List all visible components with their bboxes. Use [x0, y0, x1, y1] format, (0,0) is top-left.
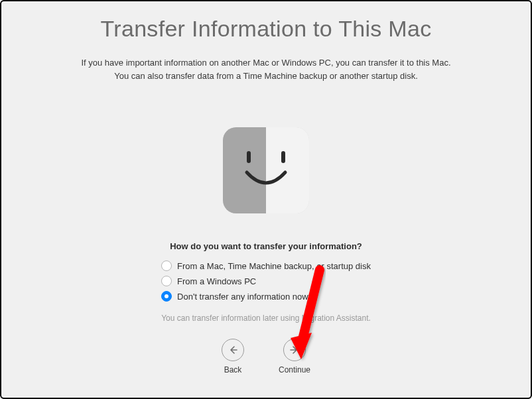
- option-label: From a Windows PC: [177, 276, 256, 286]
- option-from-mac[interactable]: From a Mac, Time Machine backup, or star…: [161, 260, 371, 271]
- nav-buttons: Back Continue: [222, 339, 310, 374]
- radio-icon: [161, 260, 172, 271]
- radio-icon: [161, 276, 172, 286]
- finder-icon: [223, 127, 309, 213]
- option-from-windows[interactable]: From a Windows PC: [161, 276, 256, 286]
- subtitle-line-2: You can also transfer data from a Time M…: [114, 71, 418, 81]
- subtitle-line-1: If you have important information on ano…: [81, 58, 450, 68]
- arrow-left-icon: [222, 339, 244, 361]
- option-label: From a Mac, Time Machine backup, or star…: [177, 261, 371, 271]
- transfer-options: From a Mac, Time Machine backup, or star…: [161, 260, 371, 302]
- option-label: Don't transfer any information now: [177, 292, 308, 302]
- continue-label: Continue: [279, 365, 310, 374]
- radio-icon: [161, 291, 172, 302]
- hint-text: You can transfer information later using…: [161, 314, 371, 323]
- back-button[interactable]: Back: [222, 339, 244, 374]
- transfer-question: How do you want to transfer your informa…: [170, 241, 362, 251]
- arrow-right-icon: [283, 339, 306, 361]
- back-label: Back: [224, 365, 242, 374]
- option-dont-transfer[interactable]: Don't transfer any information now: [161, 291, 308, 302]
- page-title: Transfer Information to This Mac: [101, 16, 432, 42]
- page-subtitle: If you have important information on ano…: [81, 56, 450, 82]
- continue-button[interactable]: Continue: [279, 339, 310, 374]
